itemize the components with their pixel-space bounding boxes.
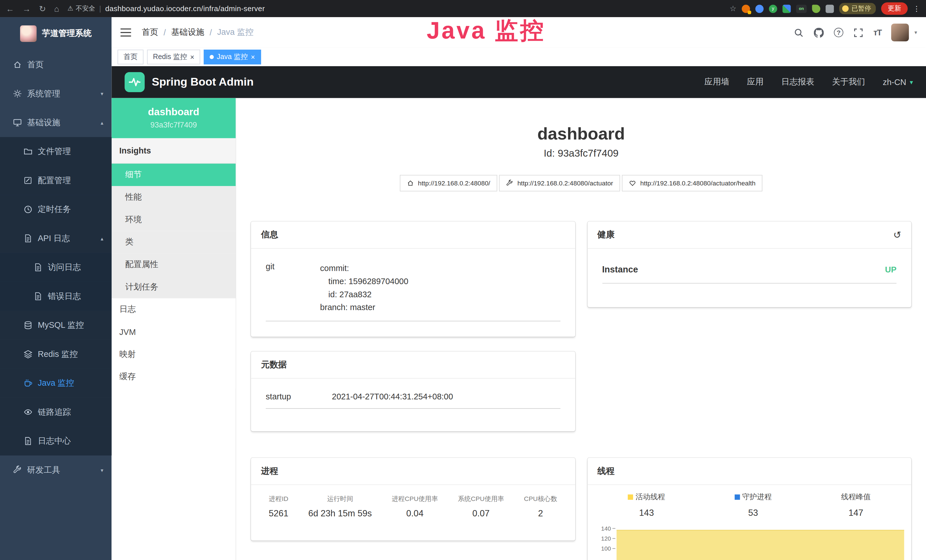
sidebar-item-details[interactable]: 细节 [112,164,236,186]
sidebar-item-label: 错误日志 [48,291,81,301]
sidebar-item-classes[interactable]: 类 [112,231,236,254]
sidebar-item-cron-jobs[interactable]: 定时任务 [0,195,112,224]
github-icon[interactable] [814,27,824,37]
sidebar-item-label: API 日志 [38,233,70,244]
security-warning[interactable]: ⚠不安全 [67,4,95,13]
sidebar-item-environment[interactable]: 环境 [112,209,236,231]
sidebar-item-label: Redis 监控 [38,349,78,359]
chevron-down-icon[interactable]: ▾ [915,30,917,36]
app-header: 首页 / 基础设施 / Java 监控 ? тT ▾ [112,17,926,48]
actuator-url-link[interactable]: http://192.168.0.2:48080/actuator [499,175,620,192]
sidebar-item-label: Java 监控 [38,378,74,388]
sba-nav-journal[interactable]: 日志报表 [781,77,814,87]
help-icon[interactable]: ? [834,28,843,37]
sidebar-item-api-logs[interactable]: API 日志 ▴ [0,224,112,253]
sidebar-item-home[interactable]: 首页 [0,50,112,79]
search-icon[interactable] [794,27,803,37]
chevron-down-icon: ▾ [101,91,103,97]
breadcrumb-item[interactable]: 基础设施 [171,27,204,38]
font-size-icon[interactable]: тT [873,28,882,37]
service-url-link[interactable]: http://192.168.0.2:48080/ [399,175,497,192]
sidebar-item-label: 文件管理 [38,146,71,157]
health-instance-row[interactable]: Instance UP [602,257,896,284]
health-url-link[interactable]: http://192.168.0.2:48080/actuator/health [622,175,763,192]
breadcrumb-item[interactable]: 首页 [142,27,158,38]
sidebar-fold-icon[interactable] [120,28,131,36]
sidebar-item-scheduled-tasks[interactable]: 计划任务 [112,276,236,298]
close-icon[interactable]: × [251,53,255,61]
paused-badge[interactable]: 已暂停 [839,3,876,14]
card-title: 线程 [587,458,911,485]
sidebar-item-jvm[interactable]: JVM [112,321,236,343]
process-card: 进程 进程ID 5261 运行时间 6d 23h 15m 59s [251,458,575,541]
extension-icon[interactable]: on [796,5,806,13]
sidebar-item-loggers[interactable]: 日志 [112,298,236,321]
fullscreen-icon[interactable] [853,27,863,37]
bookmark-star-icon[interactable]: ☆ [729,4,736,13]
tags-view-bar: 首页 Redis 监控 × Java 监控 × [112,48,926,66]
extension-icon[interactable] [755,5,764,13]
extension-icon[interactable]: y [769,5,777,13]
sidebar-item-config-mgmt[interactable]: 配置管理 [0,166,112,195]
extension-icon[interactable] [782,5,791,13]
sidebar-item-java-monitor[interactable]: Java 监控 [0,369,112,397]
smiley-icon [842,5,849,12]
threads-card: 线程 活动线程 143 守护进程 53 [587,458,911,560]
breadcrumb: 首页 / 基础设施 / Java 监控 [142,27,254,38]
address-bar[interactable]: ⚠不安全 | dashboard.yudao.iocoder.cn/infra/… [67,4,265,13]
history-icon[interactable]: ↺ [893,229,901,241]
locale-select[interactable]: zh-CN ▾ [883,77,913,87]
sba-nav-applications[interactable]: 应用 [747,77,763,87]
y-axis-tick: 140 [594,525,611,532]
chrome-update-button[interactable]: 更新 [881,2,908,15]
sidebar-item-mappings[interactable]: 映射 [112,343,236,366]
sidebar-item-file-mgmt[interactable]: 文件管理 [0,137,112,166]
sba-brand-title[interactable]: Spring Boot Admin [152,76,254,89]
sidebar-item-label: 配置管理 [38,175,71,186]
eye-icon [24,408,33,416]
metric-system-cpu: 系统CPU使用率 0.07 [458,495,504,518]
forward-icon[interactable]: → [23,4,31,13]
info-card: 信息 git commit: time: 1596289704000 id: 2… [251,222,575,337]
sba-nav-wallboard[interactable]: 应用墙 [704,77,729,87]
card-title: 元数据 [251,352,575,379]
sidebar-item-label: 首页 [27,59,44,70]
sidebar-item-mysql-monitor[interactable]: MySQL 监控 [0,311,112,339]
instance-header[interactable]: dashboard 93a3fc7f7409 [112,98,236,138]
sba-navbar: Spring Boot Admin 应用墙 应用 日志报表 关于我们 zh-CN… [112,66,926,98]
app-logo[interactable]: 芋道管理系统 [0,17,112,50]
spring-boot-admin-logo[interactable] [125,72,145,92]
active-dot [210,55,213,59]
legend-peak-threads: 线程峰值 147 [841,492,871,518]
back-icon[interactable]: ← [6,4,14,13]
tab-redis-monitor[interactable]: Redis 监控 × [147,50,200,65]
instance-id: 93a3fc7f7409 [112,120,236,129]
monitor-icon [13,118,22,127]
extension-icon[interactable] [812,5,820,13]
wrench-icon [13,466,22,474]
card-title: 健康 [598,229,614,241]
sidebar-item-config-props[interactable]: 配置属性 [112,253,236,276]
sidebar-item-caches[interactable]: 缓存 [112,366,236,388]
browser-menu-icon[interactable]: ⋮ [913,5,920,13]
extensions-puzzle-icon[interactable] [826,5,834,13]
sidebar-item-log-center[interactable]: 日志中心 [0,427,112,455]
sidebar-item-tracing[interactable]: 链路追踪 [0,398,112,427]
close-icon[interactable]: × [190,53,195,61]
sidebar-item-redis-monitor[interactable]: Redis 监控 [0,340,112,369]
wrench-icon [506,180,513,187]
sidebar-item-metrics[interactable]: 性能 [112,186,236,209]
sidebar-item-system[interactable]: 系统管理 ▾ [0,79,112,108]
home-icon[interactable]: ⌂ [54,4,59,13]
tab-java-monitor[interactable]: Java 监控 × [204,50,261,65]
sba-nav-about[interactable]: 关于我们 [832,77,865,87]
sidebar-item-access-logs[interactable]: 访问日志 [0,253,112,282]
sidebar-item-error-logs[interactable]: 错误日志 [0,282,112,311]
sidebar-item-infra[interactable]: 基础设施 ▴ [0,108,112,137]
user-avatar[interactable] [891,24,909,41]
url-text[interactable]: dashboard.yudao.iocoder.cn/infra/admin-s… [105,5,265,13]
reload-icon[interactable]: ↻ [39,4,46,13]
sidebar-item-dev-tools[interactable]: 研发工具 ▾ [0,456,112,484]
extension-icon[interactable] [742,5,750,13]
tab-home[interactable]: 首页 [118,50,144,65]
